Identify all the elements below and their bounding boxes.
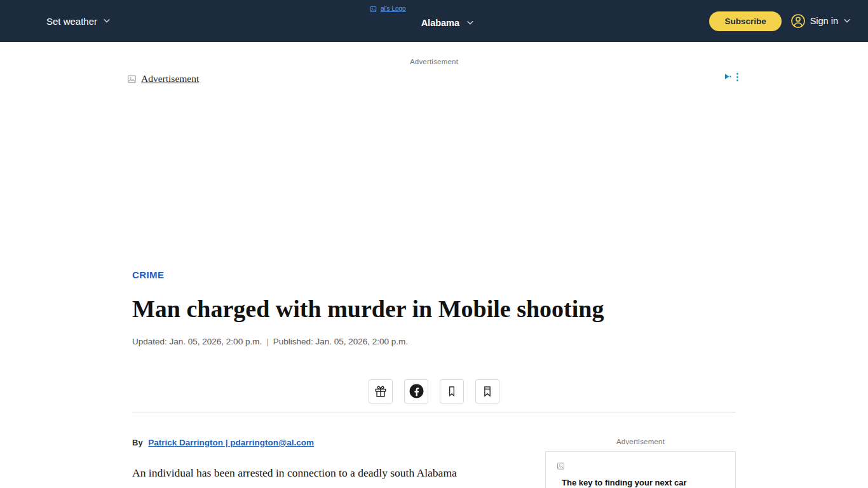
ad-alt-text: Advertisement (141, 73, 199, 85)
adchoices-icon[interactable] (724, 72, 732, 81)
top-ad-slot: Advertisement (0, 69, 868, 257)
gift-article-button[interactable] (369, 379, 393, 403)
published-date: Published: Jan. 05, 2026, 2:00 p.m. (273, 337, 408, 346)
subscribe-button[interactable]: Subscribe (709, 11, 781, 31)
page-content: Advertisement Advertisement CRIME Man ch… (0, 58, 868, 488)
article-lower: By Patrick Darrington | pdarrington@al.c… (132, 438, 736, 488)
sidebar-ad-box[interactable]: The key to finding your next car (545, 451, 736, 488)
set-weather-label: Set weather (46, 16, 97, 27)
edition-label: Alabama (421, 18, 459, 28)
sidebar-ad: Advertisement The key to finding your ne… (545, 438, 736, 488)
top-ad-broken-image-link[interactable]: Advertisement (126, 73, 199, 85)
advertisement-label: Advertisement (545, 438, 736, 445)
facebook-icon (409, 383, 424, 399)
byline-prefix: By (132, 438, 143, 447)
updated-date: Updated: Jan. 05, 2026, 2:00 p.m. (132, 337, 262, 346)
sign-in-button[interactable]: Sign in (790, 13, 851, 29)
navbar-right: Subscribe Sign in (709, 11, 851, 31)
broken-image-icon (369, 5, 377, 13)
user-avatar-icon (790, 13, 806, 29)
article-paragraph: An individual has been arrested in conne… (132, 464, 526, 482)
article: CRIME Man charged with murder in Mobile … (132, 269, 736, 488)
chevron-down-icon (102, 17, 111, 25)
site-logo[interactable]: al's Logo (369, 5, 406, 13)
sign-in-label: Sign in (810, 16, 838, 26)
edition-picker[interactable]: Alabama (421, 18, 475, 28)
advertisement-label: Advertisement (0, 58, 868, 65)
set-weather-button[interactable]: Set weather (46, 16, 111, 27)
facebook-share-button[interactable] (404, 379, 428, 403)
chevron-down-icon (466, 18, 475, 27)
logo-alt-text: al's Logo (381, 5, 406, 12)
broken-image-icon (126, 74, 137, 85)
date-separator: | (266, 337, 269, 346)
chevron-down-icon (843, 17, 851, 25)
ad-options-icon[interactable] (736, 72, 739, 82)
article-body-column: By Patrick Darrington | pdarrington@al.c… (132, 438, 526, 488)
article-dates: Updated: Jan. 05, 2026, 2:00 p.m. | Publ… (132, 337, 736, 346)
category-link[interactable]: CRIME (132, 269, 164, 280)
broken-image-icon (556, 461, 566, 471)
sidebar-ad-headline: The key to finding your next car (562, 478, 725, 487)
bookmark-ribbon-icon (481, 385, 494, 398)
bookmark-flag-icon (445, 385, 458, 398)
article-headline: Man charged with murder in Mobile shooti… (132, 295, 736, 323)
share-toolbar (132, 379, 736, 403)
adchoices-controls (724, 72, 739, 82)
top-navbar: Set weather al's Logo Alabama Subscribe … (0, 0, 868, 42)
byline: By Patrick Darrington | pdarrington@al.c… (132, 438, 526, 447)
gift-icon (374, 384, 388, 398)
navbar-center: al's Logo Alabama (369, 14, 475, 28)
author-link[interactable]: Patrick Darrington | pdarrington@al.com (148, 438, 314, 447)
divider (132, 412, 736, 412)
bookmark-button[interactable] (440, 379, 464, 403)
save-article-button[interactable] (475, 379, 499, 403)
